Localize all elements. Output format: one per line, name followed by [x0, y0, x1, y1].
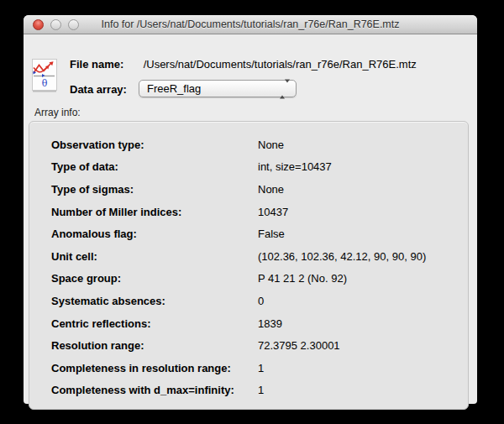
svg-text:θ: θ [42, 78, 48, 89]
info-row-type-of-data: Type of data: int, size=10437 [51, 156, 468, 179]
array-info-groupbox: Observation type: None Type of data: int… [29, 121, 469, 410]
info-row-label: Completeness in resolution range: [51, 362, 258, 374]
info-row-value: False [258, 228, 285, 240]
info-row-label: Number of Miller indices: [51, 206, 258, 218]
info-row-label: Observation type: [51, 139, 258, 151]
info-row-systematic-absences: Systematic absences: 0 [51, 290, 468, 312]
info-row-space-group: Space group: P 41 21 2 (No. 92) [51, 268, 468, 291]
data-array-row: Data array: [70, 81, 140, 98]
info-row-completeness-dmax: Completeness with d_max=infinity: 1 [51, 380, 468, 402]
info-row-label: Anomalous flag: [51, 228, 258, 240]
info-row-label: Unit cell: [51, 250, 258, 263]
info-row-resolution-range: Resolution range: 72.3795 2.30001 [51, 334, 468, 357]
info-row-label: Centric reflections: [51, 317, 258, 330]
info-row-label: Completeness with d_max=infinity: [51, 384, 258, 396]
info-row-centric-reflections: Centric reflections: 1839 [51, 312, 468, 335]
info-row-miller-indices: Number of Miller indices: 10437 [51, 201, 468, 223]
file-name-row: File name: /Users/nat/Documents/tutorial… [70, 58, 417, 71]
info-row-label: Systematic absences: [51, 295, 258, 307]
info-row-value: 0 [258, 295, 264, 307]
info-row-completeness-resolution: Completeness in resolution range: 1 [51, 357, 468, 380]
info-row-value: None [258, 183, 284, 196]
info-row-unit-cell: Unit cell: (102.36, 102.36, 42.12, 90, 9… [51, 245, 468, 268]
info-row-type-of-sigmas: Type of sigmas: None [51, 178, 468, 201]
up-down-arrows-icon [280, 81, 290, 97]
info-row-label: Space group: [51, 272, 258, 285]
info-row-value: 1 [258, 384, 264, 396]
array-info-section-label: Array info: [34, 107, 81, 118]
reflection-data-plot-icon: θ [32, 59, 57, 92]
info-row-label: Type of sigmas: [51, 183, 258, 196]
info-row-anomalous-flag: Anomalous flag: False [51, 222, 468, 245]
dialog-content: θ File name: /Users/nat/Documents/tutori… [24, 34, 477, 404]
info-dialog-window: Info for /Users/nat/Documents/tutorials/… [24, 15, 477, 404]
info-row-value: 1839 [258, 317, 282, 330]
data-array-label: Data array: [70, 81, 140, 98]
window-title: Info for /Users/nat/Documents/tutorials/… [24, 15, 477, 34]
title-bar[interactable]: Info for /Users/nat/Documents/tutorials/… [24, 15, 477, 34]
info-row-label: Resolution range: [51, 339, 258, 352]
info-row-value: 10437 [258, 206, 288, 218]
info-row-value: int, size=10437 [258, 160, 332, 173]
file-name-label: File name: [70, 58, 140, 71]
data-array-selected-value: FreeR_flag [147, 82, 201, 95]
file-name-value: /Users/nat/Documents/tutorials/ran_r76e/… [144, 58, 417, 71]
info-row-value: 1 [258, 362, 264, 374]
info-row-value: P 41 21 2 (No. 92) [258, 272, 347, 285]
info-row-value: 72.3795 2.30001 [258, 339, 340, 352]
info-row-observation-type: Observation type: None [51, 133, 468, 156]
info-row-value: (102.36, 102.36, 42.12, 90, 90, 90) [258, 250, 426, 263]
info-row-value: None [258, 139, 284, 151]
data-array-select[interactable]: FreeR_flag [139, 80, 297, 97]
info-row-label: Type of data: [51, 160, 258, 173]
